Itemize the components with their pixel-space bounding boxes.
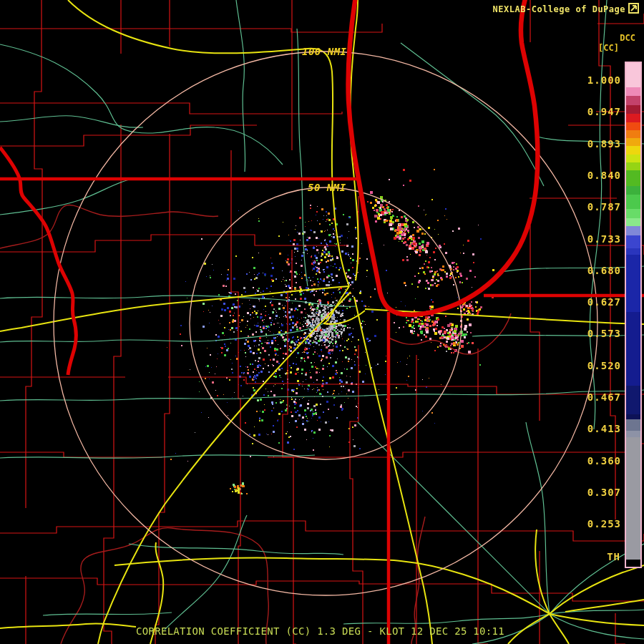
colorbar-tick-label: 0.307 — [587, 487, 621, 498]
county-line — [530, 225, 540, 421]
colorbar-tick-label: 0.467 — [587, 391, 621, 403]
colorbar-segment — [626, 235, 640, 248]
county-line — [350, 345, 363, 644]
colorbar-segment — [626, 162, 640, 170]
county-line — [0, 103, 342, 114]
colorbar-segment — [626, 248, 640, 255]
colorbar-tick-label: 0.680 — [587, 265, 621, 276]
colorbar-segment — [626, 255, 640, 312]
cc-colorbar — [625, 62, 642, 568]
colorbar-tick-label: 0.787 — [587, 201, 621, 213]
county-line — [615, 613, 625, 644]
colorbar-segment — [626, 218, 640, 226]
colorbar-tick-label: 0.360 — [587, 455, 621, 467]
lake-michigan-shoreline — [348, 0, 538, 315]
county-line — [0, 24, 382, 32]
colorbar-segment — [626, 155, 640, 162]
colorbar-tick-label: 0.573 — [587, 328, 621, 339]
colorbar-tick-label: 0.253 — [587, 518, 621, 530]
colorbar-segment — [626, 419, 640, 431]
colorbar-segment — [626, 138, 640, 146]
radar-map-viewport: 1.0000.9470.8930.8400.7870.7330.6800.627… — [0, 0, 644, 644]
colorbar-segment — [626, 431, 640, 437]
colorbar-tick-label: 1.000 — [587, 74, 621, 86]
colorbar-segment — [626, 122, 640, 130]
colorbar-tick-label: 0.733 — [587, 233, 621, 245]
colorbar-segment — [626, 312, 640, 386]
colorbar-tick-label: 0.520 — [587, 360, 621, 371]
colorbar-segment — [626, 146, 640, 155]
county-line — [0, 452, 162, 457]
colorbar-segment — [626, 105, 640, 114]
interstate-highways — [0, 0, 644, 644]
colorbar-segment — [626, 96, 640, 105]
county-line — [283, 250, 296, 644]
colorbar-segment — [626, 170, 640, 186]
colorbar-segment — [626, 63, 640, 87]
base-map — [0, 0, 644, 644]
colorbar-segment — [626, 114, 640, 122]
county-line — [0, 521, 644, 541]
colorbar-segment — [626, 209, 640, 218]
colorbar-tick-label: 0.627 — [587, 296, 621, 308]
county-line — [597, 14, 644, 24]
colorbar-segment — [626, 186, 640, 195]
colorbar-tick-label: 0.413 — [587, 423, 621, 434]
colorbar-segment — [626, 437, 640, 560]
colorbar-segment — [626, 226, 640, 235]
external-link-icon[interactable] — [628, 3, 639, 14]
app-title: NEXLAB-College of DuPage — [493, 4, 625, 14]
county-line — [26, 0, 42, 508]
status-bar: CORRELATION COEFFICIENT (CC) 1.3 DEG - K… — [136, 625, 504, 637]
colorbar-segment — [626, 386, 640, 414]
colorbar-segment — [626, 195, 640, 209]
product-code-label: DCC — [620, 33, 635, 43]
threshold-label: TH — [607, 551, 620, 562]
colorbar-segment — [626, 130, 640, 138]
range-ring-label-100nmi: 100 NMI — [302, 46, 347, 57]
county-line — [155, 134, 170, 644]
county-line — [104, 125, 121, 644]
county-line — [478, 348, 488, 644]
colorbar-segment — [626, 87, 640, 96]
colorbar-tick-label: 0.840 — [587, 170, 621, 181]
colorbar-segment — [626, 560, 640, 567]
colorbar-segment — [626, 414, 640, 419]
product-unit-label: [CC] — [598, 43, 619, 53]
colorbar-tick-label: 0.947 — [587, 106, 621, 117]
range-ring-label-50nmi: 50 NMI — [308, 182, 346, 193]
colorbar-tick-label: 0.893 — [587, 138, 621, 150]
